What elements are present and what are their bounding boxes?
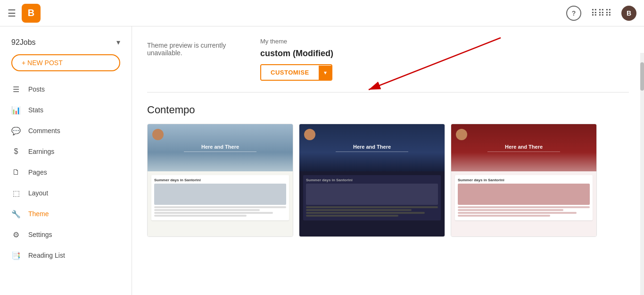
sidebar-label-stats: Stats bbox=[28, 106, 43, 114]
blog-dropdown-icon[interactable]: ▾ bbox=[116, 38, 120, 47]
sidebar-item-earnings[interactable]: $ Earnings bbox=[0, 141, 132, 162]
sidebar-label-settings: Settings bbox=[28, 231, 52, 238]
customise-button-group: CUSTOMISE ▾ bbox=[260, 64, 332, 81]
scrollbar-track[interactable] bbox=[640, 53, 644, 295]
theme3-header-title: Here and There bbox=[505, 144, 543, 150]
sidebar-item-stats[interactable]: 📊 Stats bbox=[0, 100, 132, 120]
blogger-logo[interactable]: B bbox=[22, 4, 41, 23]
stats-icon: 📊 bbox=[11, 105, 21, 115]
sidebar-label-comments: Comments bbox=[28, 127, 60, 135]
contempo-section: Contempo Here and There bbox=[147, 104, 629, 237]
sidebar-item-pages[interactable]: 🗋 Pages bbox=[0, 162, 132, 183]
theme-card-dark[interactable]: Here and There Summer days in Santorini bbox=[299, 124, 445, 237]
sidebar-item-posts[interactable]: ☰ Posts bbox=[0, 79, 132, 100]
sidebar-item-comments[interactable]: 💬 Comments bbox=[0, 120, 132, 141]
user-avatar[interactable]: B bbox=[621, 6, 636, 21]
sidebar-item-settings[interactable]: ⚙ Settings bbox=[0, 224, 132, 245]
theme-grid: Here and There Summer days in Santorini bbox=[147, 124, 629, 237]
theme-preview-pink: Here and There Summer days in Santorini bbox=[451, 124, 596, 236]
earnings-icon: $ bbox=[11, 147, 21, 156]
sidebar-item-reading-list[interactable]: 📑 Reading List bbox=[0, 245, 132, 266]
scrollbar-thumb[interactable] bbox=[640, 62, 644, 91]
sidebar: 92Jobs ▾ + NEW POST ☰ Posts 📊 Stats 💬 Co… bbox=[0, 26, 132, 295]
header-left: ☰ B bbox=[8, 4, 41, 23]
sidebar-item-theme[interactable]: 🔧 Theme bbox=[0, 203, 132, 224]
settings-icon: ⚙ bbox=[11, 230, 21, 239]
grid-icon[interactable]: ⠿⠿⠿ bbox=[591, 8, 612, 19]
sidebar-label-earnings: Earnings bbox=[28, 148, 54, 155]
theme1-header-title: Here and There bbox=[201, 144, 239, 150]
sidebar-label-layout: Layout bbox=[28, 189, 48, 197]
layout-icon: ⬚ bbox=[11, 188, 21, 198]
hamburger-icon[interactable]: ☰ bbox=[8, 8, 16, 19]
theme2-header-title: Here and There bbox=[353, 144, 391, 150]
my-theme-inner: Theme preview is currently unavailable. … bbox=[147, 38, 629, 81]
theme-preview-light: Here and There Summer days in Santorini bbox=[148, 124, 293, 236]
main-content: Theme preview is currently unavailable. … bbox=[132, 26, 644, 295]
new-post-button[interactable]: + NEW POST bbox=[11, 54, 120, 71]
blog-title: 92Jobs ▾ bbox=[0, 34, 132, 54]
help-icon[interactable]: ? bbox=[566, 6, 581, 21]
comments-icon: 💬 bbox=[11, 126, 21, 135]
main-layout: 92Jobs ▾ + NEW POST ☰ Posts 📊 Stats 💬 Co… bbox=[0, 26, 644, 295]
theme-card-pink[interactable]: Here and There Summer days in Santorini bbox=[451, 124, 597, 237]
theme-card-light[interactable]: Here and There Summer days in Santorini bbox=[147, 124, 293, 237]
my-theme-section: Theme preview is currently unavailable. … bbox=[147, 38, 629, 93]
my-theme-info: My theme custom (Modified) CUSTOMISE ▾ bbox=[260, 38, 333, 81]
sidebar-label-pages: Pages bbox=[28, 169, 47, 176]
app-header: ☰ B ? ⠿⠿⠿ B bbox=[0, 0, 644, 26]
sidebar-label-theme: Theme bbox=[28, 210, 49, 218]
sidebar-label-reading-list: Reading List bbox=[28, 252, 65, 259]
preview-unavailable-text: Theme preview is currently unavailable. bbox=[147, 38, 241, 57]
my-theme-label: My theme bbox=[260, 38, 333, 45]
customise-button[interactable]: CUSTOMISE bbox=[261, 65, 319, 80]
reading-list-icon: 📑 bbox=[11, 251, 21, 260]
theme-preview-dark: Here and There Summer days in Santorini bbox=[299, 124, 445, 236]
sidebar-label-posts: Posts bbox=[28, 85, 45, 93]
sidebar-item-layout[interactable]: ⬚ Layout bbox=[0, 183, 132, 203]
customise-dropdown-button[interactable]: ▾ bbox=[319, 66, 331, 80]
posts-icon: ☰ bbox=[11, 84, 21, 94]
theme-icon: 🔧 bbox=[11, 209, 21, 219]
contempo-title: Contempo bbox=[147, 104, 629, 116]
header-right: ? ⠿⠿⠿ B bbox=[566, 6, 636, 21]
pages-icon: 🗋 bbox=[11, 168, 21, 177]
my-theme-name: custom (Modified) bbox=[260, 49, 333, 59]
